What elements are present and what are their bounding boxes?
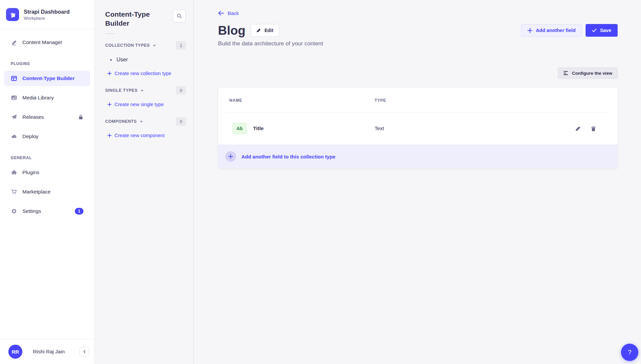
- group-single-types-toggle[interactable]: SINGLE TYPES: [105, 88, 144, 93]
- nav-item-label: Content Manager: [22, 39, 62, 45]
- group-collection-types-toggle[interactable]: COLLECTION TYPES: [105, 43, 156, 48]
- edit-field-button[interactable]: [575, 126, 581, 131]
- page-header: Blog Edit Add another field Save: [218, 24, 618, 37]
- plus-icon: [108, 71, 112, 75]
- configure-view-button[interactable]: Configure the view: [558, 67, 618, 79]
- collection-types-count: 1: [176, 41, 186, 50]
- configure-row: Configure the view: [218, 67, 618, 79]
- chevron-down-icon: [141, 90, 144, 92]
- lock-icon: [78, 114, 83, 120]
- nav-item-marketplace[interactable]: Marketplace: [4, 184, 90, 200]
- field-row-title[interactable]: Ab Title Text: [218, 112, 618, 144]
- page-header-actions: Add another field Save: [521, 24, 618, 37]
- nav-body: Content Manager PLUGINS Content-Type Bui…: [0, 29, 94, 339]
- settings-gear-icon: [11, 208, 17, 215]
- strapi-logo-icon: [6, 8, 19, 21]
- subnav-header: Content-Type Builder: [94, 10, 193, 28]
- user-name: Rishi Raj Jain: [33, 349, 73, 355]
- strapi-app: Strapi Dashboard Workplace Content Manag…: [0, 0, 641, 364]
- group-components: COMPONENTS 0: [94, 111, 193, 128]
- group-components-toggle[interactable]: COMPONENTS: [105, 119, 143, 124]
- collection-type-label: User: [117, 57, 128, 63]
- single-types-count: 0: [176, 86, 186, 95]
- nav-item-label: Settings: [22, 208, 41, 214]
- back-link[interactable]: Back: [218, 10, 239, 16]
- help-button[interactable]: ?: [621, 344, 638, 361]
- pencil-icon: [575, 126, 581, 131]
- edit-button[interactable]: Edit: [251, 24, 279, 37]
- add-another-field-button[interactable]: Add another field: [521, 24, 582, 37]
- components-count: 0: [176, 117, 186, 126]
- content-manager-pen-icon: [11, 39, 17, 46]
- field-name-cell: Ab Title: [233, 123, 375, 134]
- collection-types-list: User: [94, 53, 193, 66]
- page-title: Blog: [218, 24, 245, 37]
- main-nav: Strapi Dashboard Workplace Content Manag…: [0, 0, 94, 364]
- avatar[interactable]: RR: [8, 345, 22, 359]
- nav-item-content-type-builder[interactable]: Content-Type Builder: [4, 71, 90, 86]
- nav-item-label: Deploy: [22, 133, 38, 139]
- page-header-left: Blog Edit: [218, 24, 279, 37]
- group-single-types: SINGLE TYPES 0: [94, 80, 193, 97]
- pencil-icon: [256, 28, 261, 33]
- add-field-to-collection-row[interactable]: Add another field to this collection typ…: [218, 144, 618, 168]
- plugins-puzzle-icon: [11, 169, 17, 176]
- create-component-link[interactable]: Create new component: [94, 128, 193, 142]
- create-link-label: Create new single type: [115, 102, 164, 107]
- group-label-text: COMPONENTS: [105, 119, 137, 124]
- page-subtitle: Build the data architecture of your cont…: [218, 40, 618, 47]
- nav-item-content-manager[interactable]: Content Manager: [4, 35, 90, 50]
- nav-item-releases[interactable]: Releases: [4, 109, 90, 125]
- text-field-type-badge: Ab: [233, 123, 246, 134]
- nav-item-label: Releases: [22, 114, 44, 120]
- chevron-down-icon: [140, 121, 143, 123]
- collection-type-user[interactable]: User: [94, 53, 193, 66]
- nav-section-general: GENERAL: [4, 148, 90, 165]
- bullet-icon: [110, 59, 112, 61]
- nav-item-media-library[interactable]: Media Library: [4, 90, 90, 105]
- releases-paper-plane-icon: [11, 114, 17, 120]
- create-link-label: Create new collection type: [115, 71, 171, 76]
- create-collection-type-link[interactable]: Create new collection type: [94, 66, 193, 80]
- settings-notification-badge: 1: [75, 208, 83, 215]
- delete-field-button[interactable]: [591, 126, 596, 131]
- save-button-label: Save: [600, 28, 611, 33]
- marketplace-cart-icon: [11, 189, 17, 195]
- add-field-button-label: Add another field: [536, 28, 576, 33]
- nav-item-plugins[interactable]: Plugins: [4, 165, 90, 180]
- arrow-left-icon: [218, 11, 224, 16]
- deploy-cloud-icon: [11, 133, 17, 140]
- subnav-title: Content-Type Builder: [105, 10, 159, 28]
- media-library-image-icon: [11, 94, 17, 101]
- search-button[interactable]: [173, 10, 186, 22]
- workspace-subtitle: Workplace: [24, 16, 70, 21]
- check-icon: [592, 28, 597, 32]
- nav-item-label: Content-Type Builder: [22, 75, 74, 81]
- plus-icon: [228, 154, 233, 159]
- group-label-text: SINGLE TYPES: [105, 88, 138, 93]
- nav-item-deploy[interactable]: Deploy: [4, 129, 90, 144]
- plus-circle-icon: [225, 151, 236, 162]
- column-header-type: TYPE: [375, 98, 610, 103]
- nav-item-label: Plugins: [22, 169, 39, 175]
- save-button[interactable]: Save: [586, 24, 618, 37]
- plus-icon: [108, 102, 112, 106]
- nav-item-settings[interactable]: Settings 1: [4, 204, 90, 219]
- add-field-row-label: Add another field to this collection typ…: [241, 154, 336, 159]
- strapi-logo-glyph: [9, 11, 16, 18]
- fields-table-header: NAME TYPE: [218, 88, 618, 112]
- trash-icon: [591, 126, 596, 131]
- create-single-type-link[interactable]: Create new single type: [94, 97, 193, 111]
- collapse-sidebar-button[interactable]: [79, 347, 89, 357]
- edit-button-label: Edit: [264, 28, 273, 33]
- content-type-builder-icon: [11, 75, 17, 82]
- main-content: Back Blog Edit Add another field Save: [194, 0, 641, 364]
- plus-icon: [108, 133, 112, 137]
- content-type-builder-subnav: Content-Type Builder COLLECTION TYPES 1 …: [94, 0, 194, 364]
- subnav-divider: [105, 33, 115, 34]
- nav-item-label: Media Library: [22, 95, 54, 101]
- workspace-switcher[interactable]: Strapi Dashboard Workplace: [0, 0, 94, 29]
- fields-table-card: NAME TYPE Ab Title Text: [218, 88, 618, 168]
- column-header-name: NAME: [229, 98, 375, 103]
- brand-text: Strapi Dashboard Workplace: [24, 8, 70, 20]
